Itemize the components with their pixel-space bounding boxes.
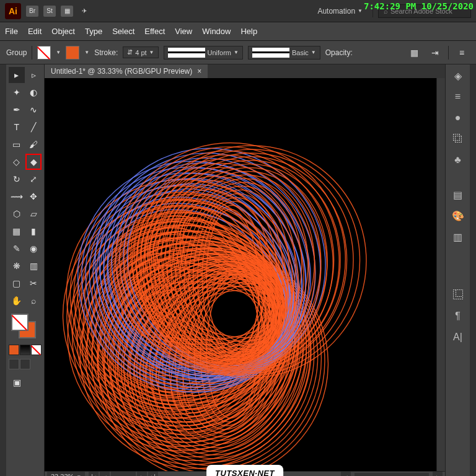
align-panel-icon[interactable]: ¶ [451,309,465,324]
shaper-tool[interactable]: ◇ [9,154,24,170]
curvature-tool[interactable]: ∿ [26,102,42,118]
lasso-tool[interactable]: ◐ [26,84,42,100]
selection-tool[interactable]: ▸ [9,67,25,83]
chevron-down-icon: ▼ [149,50,154,55]
direct-selection-tool[interactable]: ▹ [26,67,42,83]
zoom-level[interactable]: 33.33% ▼ [47,472,85,476]
align-options-icon[interactable]: ▦ [406,45,422,61]
color-panel-icon[interactable]: 🎨 [451,208,465,223]
draw-normal[interactable] [9,359,19,369]
scroll-right-button[interactable]: ▸ [433,472,443,476]
prev-artboard-button[interactable]: ◂ [100,472,110,476]
transform-panel-icon[interactable]: ⇥ [427,45,443,61]
draw-behind[interactable] [20,359,30,369]
stroke-profile-preview [168,48,205,58]
rotate-tool[interactable]: ↻ [9,171,25,187]
hand-tool[interactable]: ✋ [9,293,25,309]
character-panel-icon[interactable]: A| [451,330,465,345]
gradient-tool[interactable]: ▮ [26,223,42,239]
document-tab[interactable]: Untitled-1* @ 33.33% (RGB/GPU Preview) × [45,64,208,78]
horizontal-scrollbar[interactable] [355,473,429,476]
scroll-left-button[interactable]: ◂ [341,472,351,476]
gradient-mode[interactable] [20,345,30,355]
next-artboard-button[interactable]: ▸ [137,472,147,476]
appearance-panel-icon[interactable]: ● [451,110,465,125]
stroke-label[interactable]: Stroke: [94,48,118,57]
perspective-tool[interactable]: ▱ [26,206,42,222]
stroke-weight-stepper[interactable]: ⇵ 4 pt ▼ [123,46,158,58]
pen-tool[interactable]: ✒ [9,102,25,118]
eraser-tool[interactable]: ◆ [25,154,42,170]
magic-wand-tool[interactable]: ✦ [9,84,25,100]
width-profile-dropdown[interactable]: Uniform ▼ [164,46,243,60]
fill-swatch[interactable] [37,46,51,60]
color-mode[interactable] [9,345,19,355]
stroke-panel-icon[interactable]: ≡ [451,89,465,104]
menu-object[interactable]: Object [51,27,75,36]
opacity-label[interactable]: Opacity: [325,48,353,57]
line-tool[interactable]: ╱ [26,119,42,135]
workspace-icons: Br St ▦ ✈ [26,6,90,17]
artboard-index[interactable] [111,472,136,476]
menu-type[interactable]: Type [85,27,102,36]
chevron-down-icon: ▼ [234,50,239,55]
free-transform-tool[interactable]: ✥ [26,188,42,205]
artboard-nav: |◂ ◂ ▸ ▸| [89,472,158,476]
chevron-down-icon[interactable]: ▼ [56,50,61,55]
scale-tool[interactable]: ⤢ [26,171,42,187]
zoom-tool[interactable]: ⌕ [26,293,42,309]
shape-builder-tool[interactable]: ⬡ [9,206,25,222]
symbols-panel-icon[interactable]: ♣ [451,152,465,167]
type-tool[interactable]: T [9,119,25,135]
symbol-sprayer-tool[interactable]: ❋ [9,258,25,274]
brush-dropdown[interactable]: Basic ▼ [248,46,320,60]
swatches-panel-icon[interactable]: ▤ [451,187,465,202]
transform-panel-icon[interactable]: ⿺ [451,288,465,302]
arrange-icon[interactable]: ▦ [61,6,73,17]
blend-tool[interactable]: ◉ [26,240,42,257]
mesh-tool[interactable]: ▦ [9,223,25,239]
workspace: ▸▹ ✦◐ ✒∿ T╱ ▭🖌 ◇◆ ↻⤢ ⟿✥ ⬡▱ ▦▮ ✎◉ ❋▥ ▢✂ ✋… [0,64,476,476]
artboard-tool[interactable]: ▢ [9,275,25,291]
stock-icon[interactable]: St [43,6,56,17]
chevron-down-icon[interactable]: ▼ [84,50,89,55]
rectangle-tool[interactable]: ▭ [9,136,25,152]
stroke-weight-value: 4 pt [135,49,146,56]
bridge-icon[interactable]: Br [26,6,38,17]
fill-stroke-swatches[interactable] [9,314,42,341]
slice-tool[interactable]: ✂ [26,275,42,291]
close-icon[interactable]: × [197,67,201,76]
libraries-panel-icon[interactable]: ⿻ [451,131,465,146]
zoom-value: 33.33% [51,473,74,476]
vertical-scrollbar[interactable] [436,78,445,471]
workspace-switcher[interactable]: Automation ▼ [312,4,368,18]
artwork [45,78,436,471]
gpu-icon[interactable]: ✈ [78,6,90,17]
left-gutter [0,64,6,476]
tab-title: Untitled-1* @ 33.33% (RGB/GPU Preview) [51,67,192,76]
chevron-down-icon: ▼ [311,50,316,55]
toolbox: ▸▹ ✦◐ ✒∿ T╱ ▭🖌 ◇◆ ↻⤢ ⟿✥ ⬡▱ ▦▮ ✎◉ ❋▥ ▢✂ ✋… [6,64,45,476]
paintbrush-tool[interactable]: 🖌 [26,136,42,152]
panel-dock: ◈ ≡ ● ⿻ ♣ ▤ 🎨 ▥ ⿺ ¶ A| [445,64,470,476]
stroke-swatch[interactable] [66,46,79,60]
menu-edit[interactable]: Edit [28,27,42,36]
layers-panel-icon[interactable]: ◈ [451,68,465,83]
last-artboard-button[interactable]: ▸| [148,472,158,476]
menu-effect[interactable]: Effect [144,27,165,36]
none-mode[interactable] [31,345,42,355]
canvas[interactable] [45,78,436,471]
menu-help[interactable]: Help [240,27,257,36]
menu-file[interactable]: File [5,27,18,36]
width-tool[interactable]: ⟿ [9,188,25,205]
fill-color-swatch[interactable] [11,314,29,331]
screen-mode[interactable]: ▣ [9,374,25,390]
menu-view[interactable]: View [175,27,192,36]
eyedropper-tool[interactable]: ✎ [9,240,25,257]
menu-select[interactable]: Select [112,27,134,36]
menu-window[interactable]: Window [202,27,231,36]
graphic-styles-panel-icon[interactable]: ▥ [451,229,465,244]
column-graph-tool[interactable]: ▥ [26,258,42,274]
first-artboard-button[interactable]: |◂ [89,472,99,476]
settings-icon[interactable]: ≡ [454,45,470,61]
